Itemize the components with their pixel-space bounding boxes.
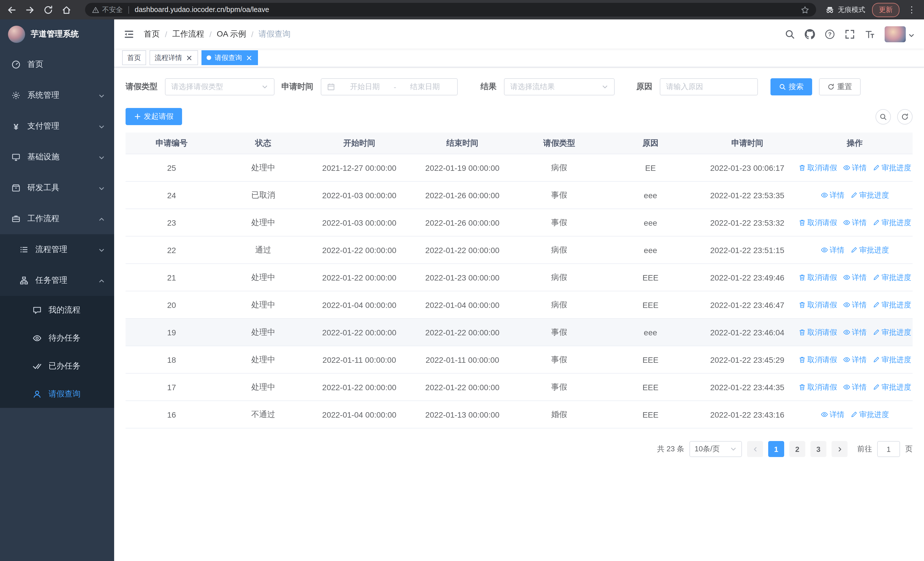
detail-link[interactable]: 详情 [843,355,867,365]
chevron-up-icon [98,277,105,284]
bookmark-star-icon[interactable] [801,5,809,14]
detail-link[interactable]: 详情 [820,409,844,420]
detail-link[interactable]: 详情 [820,190,844,200]
approval-progress-link[interactable]: 审批进度 [872,327,911,337]
cancel-leave-link[interactable]: 取消请假 [798,355,837,365]
close-icon[interactable] [245,54,253,62]
approval-progress-link[interactable]: 审批进度 [850,245,889,255]
sidebar-collapse-icon[interactable] [123,28,135,40]
cancel-leave-link[interactable]: 取消请假 [798,272,837,283]
cell-apply-id: 25 [126,163,218,172]
cancel-leave-link[interactable]: 取消请假 [798,162,837,173]
address-bar[interactable]: 不安全 dashboard.yudao.iocoder.cn/bpm/oa/le… [85,3,816,17]
detail-link[interactable]: 详情 [843,272,867,283]
cancel-leave-link[interactable]: 取消请假 [798,217,837,228]
action-label: 审批进度 [882,382,911,392]
security-warning[interactable]: 不安全 [92,5,123,15]
chevron-right-icon [836,446,843,452]
fullscreen-icon[interactable] [844,29,855,39]
cell-leave-type: 病假 [515,272,603,283]
detail-link[interactable]: 详情 [843,327,867,337]
browser-menu-icon[interactable]: ⋮ [906,5,917,15]
refresh-table-button[interactable] [897,109,913,124]
reset-button[interactable]: 重置 [819,78,861,95]
table-row: 18处理中2022-01-11 00:00:002022-01-11 00:00… [126,346,913,374]
action-label: 审批进度 [859,190,889,200]
create-leave-button[interactable]: 发起请假 [126,108,182,125]
cell-apply-id: 16 [126,410,218,419]
sidebar-item-workflow[interactable]: 工作流程 [0,203,114,234]
delete-icon [798,356,806,363]
reload-icon[interactable] [44,5,53,15]
help-icon[interactable]: ? [825,29,835,39]
search-icon[interactable] [785,29,795,39]
browser-right-controls: 无痕模式 更新 ⋮ [825,3,917,17]
sidebar-item-task-management[interactable]: 任务管理 [0,265,114,296]
url-text: dashboard.yudao.iocoder.cn/bpm/oa/leave [135,6,797,14]
edit-icon [872,356,880,363]
tab-leave-query[interactable]: 请假查询 [201,50,258,65]
back-icon[interactable] [7,5,16,15]
approval-progress-link[interactable]: 审批进度 [850,409,889,420]
start-date-placeholder: 开始日期 [339,82,392,92]
sidebar-item-system-management[interactable]: 系统管理 [0,80,114,111]
breadcrumb-separator: / [210,29,212,39]
user-icon [33,390,42,399]
cell-leave-type: 事假 [515,190,603,200]
forward-icon[interactable] [25,5,35,15]
cancel-leave-link[interactable]: 取消请假 [798,327,837,337]
apply-time-range-picker[interactable]: 开始日期 - 结束日期 [321,78,458,95]
briefcase-icon [11,214,21,223]
home-icon[interactable] [62,5,71,15]
table-row: 20处理中2022-01-04 00:00:002022-01-04 00:00… [126,291,913,319]
detail-link[interactable]: 详情 [843,162,867,173]
result-placeholder: 请选择流结果 [510,82,555,92]
approval-progress-link[interactable]: 审批进度 [872,162,911,173]
font-size-icon[interactable] [865,29,875,39]
next-page-button[interactable] [831,441,848,457]
approval-progress-link[interactable]: 审批进度 [872,300,911,310]
cancel-leave-link[interactable]: 取消请假 [798,382,837,392]
sidebar-item-leave-query[interactable]: 请假查询 [0,380,114,408]
browser-update-button[interactable]: 更新 [872,3,900,17]
breadcrumb-item[interactable]: 工作流程 [172,29,204,39]
detail-link[interactable]: 详情 [843,382,867,392]
page-button-3[interactable]: 3 [810,441,826,457]
sidebar-item-process-management[interactable]: 流程管理 [0,234,114,265]
cancel-leave-link[interactable]: 取消请假 [798,300,837,310]
sidebar-item-payment-management[interactable]: ¥ 支付管理 [0,111,114,142]
search-icon [779,83,786,90]
sidebar-item-dev-tools[interactable]: 研发工具 [0,173,114,203]
leave-type-select[interactable]: 请选择请假类型 [165,78,274,95]
close-icon[interactable] [186,54,193,62]
search-button[interactable]: 搜索 [771,78,812,95]
approval-progress-link[interactable]: 审批进度 [872,272,911,283]
tab-home[interactable]: 首页 [122,50,146,65]
breadcrumb-item[interactable]: 首页 [144,29,160,39]
detail-link[interactable]: 详情 [820,245,844,255]
user-menu[interactable] [885,26,915,42]
toggle-search-button[interactable] [876,109,891,124]
breadcrumb-item[interactable]: OA 示例 [217,29,246,39]
sidebar-item-todo-tasks[interactable]: 待办任务 [0,324,114,352]
approval-progress-link[interactable]: 审批进度 [872,382,911,392]
result-select[interactable]: 请选择流结果 [504,78,615,95]
approval-progress-link[interactable]: 审批进度 [872,355,911,365]
sidebar-item-my-processes[interactable]: 我的流程 [0,296,114,324]
cell-reason: EEE [603,355,698,364]
prev-page-button[interactable] [747,441,763,457]
approval-progress-link[interactable]: 审批进度 [850,190,889,200]
github-icon[interactable] [805,29,815,39]
sidebar-item-home[interactable]: 首页 [0,49,114,80]
detail-link[interactable]: 详情 [843,217,867,228]
sidebar-item-infrastructure[interactable]: 基础设施 [0,142,114,173]
page-button-2[interactable]: 2 [789,441,805,457]
approval-progress-link[interactable]: 审批进度 [872,217,911,228]
detail-link[interactable]: 详情 [843,300,867,310]
goto-page-input[interactable] [877,441,900,457]
tab-process-detail[interactable]: 流程详情 [150,50,198,65]
page-size-select[interactable]: 10条/页 [689,441,742,457]
page-button-1[interactable]: 1 [768,441,784,457]
sidebar-item-done-tasks[interactable]: 已办任务 [0,352,114,380]
reason-input[interactable]: 请输入原因 [660,78,758,95]
